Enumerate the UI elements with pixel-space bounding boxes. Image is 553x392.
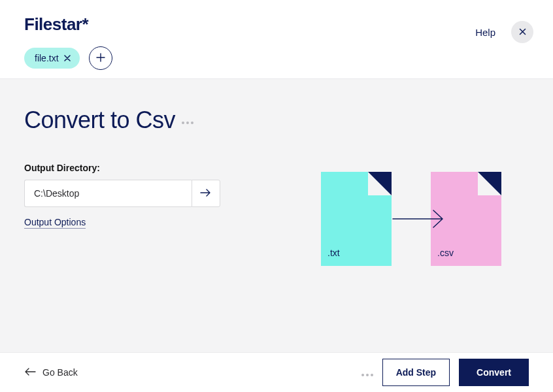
add-step-button[interactable]: Add Step bbox=[382, 359, 450, 386]
add-file-button[interactable] bbox=[89, 46, 112, 70]
app-logo: Filestar* bbox=[24, 14, 112, 35]
file-chip-row: file.txt bbox=[24, 46, 112, 70]
title-row: Convert to Csv bbox=[24, 106, 246, 134]
file-chip-label: file.txt bbox=[35, 53, 59, 63]
arrow-right-icon bbox=[200, 188, 212, 199]
settings-column: Convert to Csv Output Directory: Output … bbox=[24, 106, 246, 333]
arrow-left-icon bbox=[24, 367, 36, 378]
go-back-label: Go Back bbox=[42, 367, 78, 378]
header-left: Filestar* file.txt bbox=[24, 14, 112, 70]
conversion-arrow-icon bbox=[392, 209, 450, 229]
close-window-button[interactable] bbox=[511, 21, 533, 43]
target-extension-label: .csv bbox=[437, 248, 454, 258]
footer-actions: Add Step Convert bbox=[361, 359, 529, 386]
output-directory-input[interactable] bbox=[24, 180, 192, 207]
footer: Go Back Add Step Convert bbox=[0, 353, 553, 392]
main-panel: Convert to Csv Output Directory: Output … bbox=[0, 78, 553, 353]
svg-marker-0 bbox=[368, 172, 392, 195]
header-right: Help bbox=[475, 14, 533, 43]
output-directory-label: Output Directory: bbox=[24, 163, 246, 173]
browse-directory-button[interactable] bbox=[192, 180, 220, 207]
file-chip-remove-icon[interactable] bbox=[64, 54, 71, 63]
plus-icon bbox=[96, 52, 105, 64]
title-ellipsis-icon[interactable] bbox=[182, 116, 193, 124]
footer-ellipsis-icon[interactable] bbox=[361, 368, 373, 376]
page-title: Convert to Csv bbox=[24, 106, 175, 134]
help-link[interactable]: Help bbox=[475, 27, 495, 38]
source-extension-label: .txt bbox=[327, 248, 340, 258]
file-chip[interactable]: file.txt bbox=[24, 48, 80, 69]
output-options-link[interactable]: Output Options bbox=[24, 217, 86, 229]
output-directory-group bbox=[24, 180, 220, 207]
svg-marker-1 bbox=[478, 172, 501, 195]
close-icon bbox=[519, 26, 526, 38]
file-fold-icon bbox=[368, 172, 392, 195]
source-file-icon: .txt bbox=[321, 172, 392, 266]
header: Filestar* file.txt Help bbox=[0, 0, 553, 78]
convert-button[interactable]: Convert bbox=[459, 359, 529, 386]
go-back-button[interactable]: Go Back bbox=[24, 367, 78, 378]
file-fold-icon bbox=[478, 172, 501, 195]
diagram-column: .txt .csv bbox=[293, 106, 529, 333]
conversion-diagram: .txt .csv bbox=[321, 172, 501, 266]
